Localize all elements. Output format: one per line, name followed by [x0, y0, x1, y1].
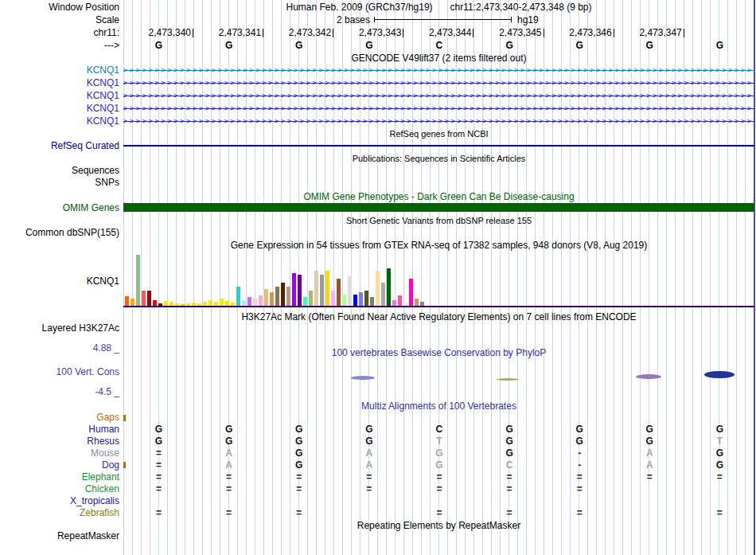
reference-base: G [544, 40, 615, 51]
gtex-tissue-bar [331, 291, 335, 307]
gtex-tissue-bar [136, 255, 140, 307]
publications-track-title[interactable]: Publications: Sequences in Scientific Ar… [123, 153, 754, 164]
coordinate-text: 2,473,347 [639, 27, 681, 38]
alignment-base: = [614, 471, 685, 483]
multiz-alignment-row: =AGAGC-AG [123, 459, 754, 471]
gencode-gene-label[interactable]: KCNQ1 [0, 102, 119, 115]
repeatmasker-track-title[interactable]: Repeating Elements by RepeatMasker [123, 520, 754, 531]
alignment-base: G [684, 424, 755, 436]
gtex-tissue-bar [292, 273, 296, 307]
reference-base: G [123, 40, 194, 51]
reference-base: G [333, 40, 404, 51]
alignment-base: G [123, 436, 194, 448]
omim-genes-label[interactable]: OMIM Genes [0, 202, 119, 213]
coordinate-label: 2,473,347 [614, 27, 684, 38]
coordinate-tick [684, 29, 684, 37]
dbsnp-track-title[interactable]: Short Genetic Variants from dbSNP releas… [123, 215, 754, 226]
alignment-base: G [403, 459, 474, 471]
gencode-gene-label[interactable]: KCNQ1 [0, 89, 119, 102]
gtex-tissue-bar [236, 287, 240, 307]
phylop-track-title[interactable]: 100 vertebrates Basewise Conservation by… [123, 347, 754, 358]
multiz-alignment-row [123, 412, 754, 424]
omim-track-title[interactable]: OMIM Gene Phenotypes - Dark Green Can Be… [123, 191, 754, 202]
refseq-curated-label[interactable]: RefSeq Curated [0, 140, 119, 151]
alignment-base: = [403, 483, 474, 495]
gtex-tissue-bar [409, 279, 413, 307]
refseq-gene-line[interactable] [123, 145, 754, 147]
multiz-species-label[interactable]: Gaps [0, 412, 119, 424]
ucsc-genome-browser-view: Window Position Human Feb. 2009 (GRCh37/… [0, 0, 756, 555]
alignment-base: G [263, 459, 334, 471]
multiz-species-label[interactable]: Zebrafish [0, 507, 119, 519]
alignment-base: = [193, 507, 264, 519]
strand-direction-label: ---> [0, 40, 119, 51]
gencode-transcript[interactable]: >>>>>>>>>>>>>>>>>>>>>>>>>>>>>>>>>>>>>>>>… [123, 115, 754, 127]
coordinate-text: 2,473,343 [359, 27, 401, 38]
multiz-alignment-row: GGGGCGGGG [123, 424, 754, 436]
alignment-base: = [123, 471, 194, 483]
alignment-base: - [544, 459, 615, 471]
multiz-alignment-row [123, 495, 754, 507]
scale-bar [374, 19, 512, 20]
multiz-species-label[interactable]: Dog [0, 459, 119, 471]
window-position-label: Window Position [0, 2, 119, 13]
alignment-base: T [403, 436, 474, 448]
gaps-tick [123, 415, 126, 421]
alignment-base: G [614, 424, 685, 436]
alignment-base: A [614, 459, 685, 471]
gencode-gene-label[interactable]: KCNQ1 [0, 115, 119, 127]
multiz-track-title[interactable]: Multiz Alignments of 100 Vertebrates [123, 401, 754, 412]
multiz-species-label[interactable]: X_tropicalis [0, 495, 119, 507]
multiz-species-label[interactable]: Mouse [0, 448, 119, 459]
h3k27ac-label[interactable]: Layered H3K27Ac [0, 322, 119, 334]
coordinate-label: 2,473,346 [544, 27, 614, 38]
alignment-base: G [684, 448, 755, 459]
gtex-tissue-bar [264, 289, 268, 307]
gencode-gene-label[interactable]: KCNQ1 [0, 64, 119, 76]
alignment-base: = [544, 483, 615, 495]
reference-base-row: GGGGCGGGG [123, 40, 754, 51]
gencode-transcript[interactable]: >>>>>>>>>>>>>>>>>>>>>>>>>>>>>>>>>>>>>>>>… [123, 89, 754, 102]
gencode-transcript[interactable]: >>>>>>>>>>>>>>>>>>>>>>>>>>>>>>>>>>>>>>>>… [123, 76, 754, 89]
multiz-species-label[interactable]: Elephant [0, 471, 119, 483]
gtex-tissue-bar [359, 292, 363, 307]
alignment-base: A [193, 459, 264, 471]
gtex-tissue-bar [314, 271, 318, 307]
gtex-barchart[interactable] [123, 251, 754, 307]
repeatmasker-label[interactable]: RepeatMasker [0, 530, 119, 541]
phylop-track-label[interactable]: 100 Vert. Cons [0, 366, 119, 377]
gtex-gene-label[interactable]: KCNQ1 [0, 276, 119, 287]
alignment-base: G [333, 436, 404, 448]
common-dbsnp-label[interactable]: Common dbSNP(155) [0, 227, 119, 238]
coordinate-text: 2,473,344 [429, 27, 471, 38]
h3k27ac-track-title[interactable]: H3K27Ac Mark (Often Found Near Active Re… [123, 311, 754, 322]
gencode-gene-label[interactable]: KCNQ1 [0, 76, 119, 89]
alignment-base: G [403, 448, 474, 459]
coordinate-text: 2,473,346 [569, 27, 611, 38]
refseq-track-title[interactable]: RefSeq genes from NCBI [123, 128, 754, 139]
gencode-gene-labels: KCNQ1KCNQ1KCNQ1KCNQ1KCNQ1 [0, 64, 119, 127]
multiz-species-label[interactable]: Rhesus [0, 436, 119, 448]
gencode-transcript[interactable]: >>>>>>>>>>>>>>>>>>>>>>>>>>>>>>>>>>>>>>>>… [123, 64, 754, 76]
alignment-base: = [684, 507, 755, 519]
multiz-species-label[interactable]: Chicken [0, 483, 119, 495]
alignment-base: = [123, 448, 194, 459]
alignment-base: = [403, 471, 474, 483]
alignment-base: - [544, 448, 615, 459]
omim-gene-bar[interactable] [123, 203, 754, 212]
alignment-base: = [193, 471, 264, 483]
reference-base: G [263, 40, 334, 51]
dog-tick [123, 462, 126, 468]
gencode-track-title[interactable]: GENCODE V49lift37 (2 items filtered out) [123, 53, 754, 64]
gencode-transcript[interactable]: >>>>>>>>>>>>>>>>>>>>>>>>>>>>>>>>>>>>>>>>… [123, 102, 754, 115]
coordinate-text: 2,473,345 [499, 27, 541, 38]
alignment-base: = [193, 483, 264, 495]
sequences-label[interactable]: Sequences [0, 165, 119, 176]
gtex-track-title[interactable]: Gene Expression in 54 tissues from GTEx … [123, 240, 754, 251]
reference-base: G [684, 40, 755, 51]
alignment-base: = [474, 483, 545, 495]
snps-label[interactable]: SNPs [0, 177, 119, 188]
multiz-alignment-row: =AGAGG-AG [123, 448, 754, 459]
gtex-tissue-bar [298, 275, 302, 307]
multiz-species-label[interactable]: Human [0, 424, 119, 436]
